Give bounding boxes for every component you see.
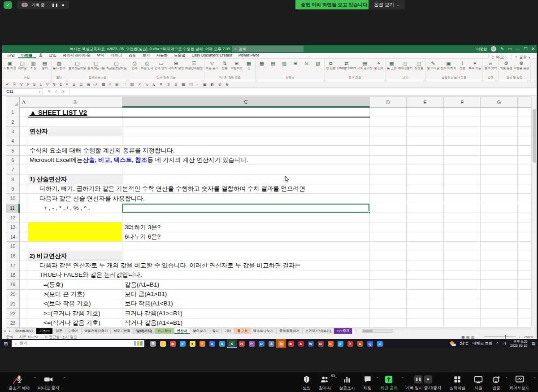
qat-icon[interactable]: ⇊ bbox=[174, 82, 178, 87]
qat-icon[interactable]: ◮ bbox=[152, 82, 156, 87]
row-header-1[interactable]: 1 bbox=[6, 108, 20, 117]
qat-icon[interactable]: ▣ bbox=[203, 82, 207, 87]
ribbon-button[interactable]: ▧폴더 탐색 bbox=[53, 61, 65, 70]
ribbon-button[interactable]: i정보 bbox=[457, 61, 467, 70]
cell-F19[interactable] bbox=[444, 280, 481, 289]
qat-icon[interactable]: ▩ bbox=[182, 82, 185, 87]
qat-icon[interactable]: Σ bbox=[60, 82, 62, 87]
sheet-tab-붙여넣기[interactable]: 붙여넣기 bbox=[190, 328, 209, 334]
cell-B12[interactable] bbox=[28, 213, 122, 222]
clock[interactable]: 오후 6:05 2023-05-02 bbox=[510, 340, 527, 348]
row-header-20[interactable]: 20 bbox=[6, 290, 20, 299]
cell-D23[interactable] bbox=[370, 318, 407, 328]
row-header-8[interactable]: 8 bbox=[6, 174, 20, 184]
cell-F20[interactable] bbox=[444, 290, 481, 299]
cell-C13[interactable]: 3더하기 3은? bbox=[122, 222, 370, 232]
cell-B23[interactable]: <=(작거나 같음 기호) bbox=[28, 318, 122, 328]
cell-G14[interactable] bbox=[481, 232, 518, 242]
zoom-out-button[interactable]: − bbox=[479, 335, 481, 339]
name-box[interactable]: C11 ▾ bbox=[4, 88, 43, 95]
cell-H19[interactable] bbox=[518, 280, 531, 289]
qat-icon[interactable]: ≡ bbox=[66, 82, 68, 87]
row-header-22[interactable]: 22 bbox=[6, 309, 20, 318]
cell-G17[interactable] bbox=[481, 261, 518, 270]
cell-H22[interactable] bbox=[518, 309, 531, 318]
cell-D2[interactable] bbox=[370, 117, 407, 126]
ribbon-tab-Easy Document Creator[interactable]: Easy Document Creator bbox=[188, 52, 235, 58]
cell-F12[interactable] bbox=[444, 213, 481, 222]
zoom-비디오 중지[interactable]: 비디오 중지ˆ bbox=[34, 375, 64, 390]
qat-icon[interactable]: ⊕ bbox=[226, 82, 229, 87]
cell-H15[interactable] bbox=[518, 242, 531, 251]
row-header-17[interactable]: 17 bbox=[6, 261, 20, 270]
cell-E5[interactable] bbox=[407, 146, 444, 155]
cell-A10[interactable] bbox=[20, 194, 28, 203]
cell-G16[interactable] bbox=[481, 251, 518, 261]
ribbon-button[interactable]: ▤ bbox=[268, 61, 278, 66]
cell-B17[interactable]: 다음과 같은 연산자로 두 개의 값을 비교할 수 있습니다. 이러한 연산자로… bbox=[28, 261, 370, 270]
ribbon-button[interactable]: ⊞아벤피벗 bbox=[231, 61, 243, 70]
sheet-tab-엑셀전체단축키[interactable]: 엑셀전체단축키 bbox=[82, 328, 111, 334]
row-header-10[interactable]: 10 bbox=[6, 194, 20, 203]
qat-icon[interactable]: ▤ bbox=[130, 82, 134, 87]
cell-G12[interactable] bbox=[481, 213, 518, 222]
chevron-up-icon[interactable]: ˆ bbox=[64, 376, 65, 380]
ribbon-button[interactable]: ⌖셀 선택 bbox=[374, 61, 384, 70]
sheet-nav-right-icon[interactable]: ▸ bbox=[8, 329, 13, 333]
cell-F21[interactable] bbox=[444, 299, 481, 309]
qat-icon[interactable]: ⊙ bbox=[218, 82, 221, 87]
cell-F11[interactable] bbox=[444, 204, 481, 213]
row-header-7[interactable]: 7 bbox=[6, 165, 20, 174]
cell-C2[interactable] bbox=[122, 117, 370, 126]
sheet-tab-날짜(서식)[interactable]: 날짜(서식) bbox=[134, 328, 155, 334]
cell-D12[interactable] bbox=[370, 213, 407, 222]
row-header-19[interactable]: 19 bbox=[6, 280, 20, 289]
cell-C21[interactable]: 보다 작음(A1<B1) bbox=[122, 299, 370, 309]
column-header-partial[interactable] bbox=[518, 97, 531, 108]
formula-enter-icon[interactable]: ✓ bbox=[55, 89, 58, 94]
row-header-2[interactable]: 2 bbox=[6, 117, 20, 126]
mic-app-icon[interactable]: M bbox=[276, 339, 286, 348]
cell-E6[interactable] bbox=[407, 156, 444, 165]
cell-B21[interactable]: <(보다 작음 기호) bbox=[28, 299, 122, 309]
cell-E15[interactable] bbox=[407, 242, 444, 251]
zoom-소회의실[interactable]: 소회의실 bbox=[445, 375, 469, 390]
cell-F16[interactable] bbox=[444, 251, 481, 261]
cell-G9[interactable] bbox=[481, 184, 518, 194]
search-tool-icon[interactable]: ⌕ bbox=[197, 339, 207, 348]
cell-B10[interactable]: 다음과 같은 산술 연산자를 사용합니다. bbox=[28, 194, 370, 203]
stop-recording-icon[interactable]: ■ bbox=[424, 375, 432, 383]
qat-icon[interactable]: ⊞ bbox=[115, 82, 118, 87]
cell-E14[interactable] bbox=[407, 232, 444, 242]
cell-D6[interactable] bbox=[370, 156, 407, 165]
cell-G23[interactable] bbox=[481, 318, 518, 328]
cell-D18[interactable] bbox=[370, 270, 407, 280]
vertical-scrollbar-thumb[interactable] bbox=[533, 109, 536, 163]
row-header-6[interactable]: 6 bbox=[6, 156, 20, 165]
row-header-9[interactable]: 9 bbox=[6, 184, 20, 194]
pause-recording-button[interactable]: ❚❚ bbox=[52, 3, 58, 7]
column-header-E[interactable]: E bbox=[407, 97, 444, 108]
qat-icon[interactable]: ⊟ bbox=[87, 82, 90, 87]
cell-B20[interactable]: >(보다 큰 기호) bbox=[28, 290, 122, 299]
qat-icon[interactable]: ◧ bbox=[211, 82, 214, 87]
formula-cancel-icon[interactable]: ✕ bbox=[48, 89, 51, 94]
cell-H21[interactable] bbox=[518, 299, 531, 309]
accessibility-status[interactable]: ♿ 접근성: 조사 필요 bbox=[45, 335, 77, 340]
cell-G13[interactable] bbox=[481, 222, 518, 232]
zoom-참가자[interactable]: 53참가자ˆ bbox=[315, 375, 335, 390]
row-header-3[interactable]: 3 bbox=[6, 127, 20, 136]
ribbon-tab-페이지 레이아웃[interactable]: 페이지 레이아웃 bbox=[60, 52, 94, 58]
cell-A12[interactable] bbox=[20, 213, 28, 222]
formula-input[interactable] bbox=[69, 88, 537, 95]
cell-G6[interactable] bbox=[481, 156, 518, 165]
cell-H7[interactable] bbox=[518, 165, 531, 174]
cell-G19[interactable] bbox=[481, 280, 518, 289]
cell-F1[interactable] bbox=[444, 108, 481, 117]
cell-F3[interactable] bbox=[444, 127, 481, 136]
cell-C16[interactable] bbox=[122, 251, 370, 261]
ribbon-button[interactable]: ▧ bbox=[313, 61, 323, 66]
ribbon-tab-보기[interactable]: 보기 bbox=[139, 52, 153, 58]
cell-E13[interactable] bbox=[407, 222, 444, 232]
cell-E4[interactable] bbox=[407, 136, 444, 146]
